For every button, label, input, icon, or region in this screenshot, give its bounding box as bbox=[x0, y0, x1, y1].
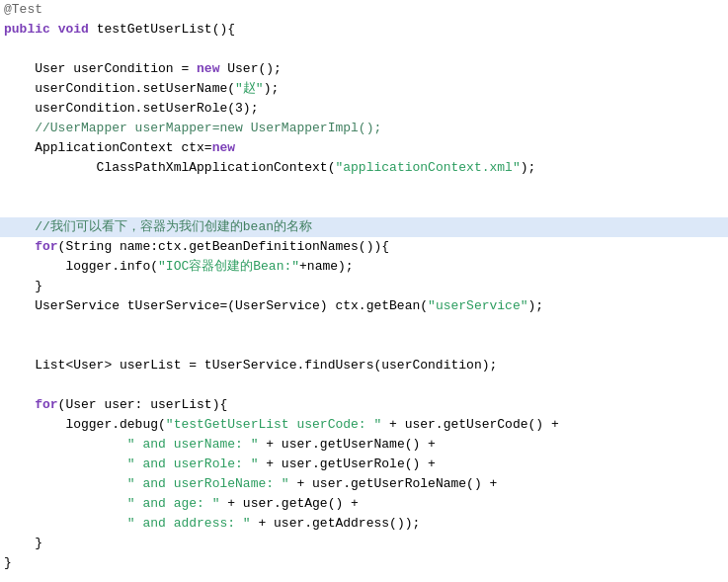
code-line bbox=[0, 375, 728, 395]
code-line: " and userName: " + user.getUserName() + bbox=[0, 435, 728, 455]
code-line: UserService tUserService=(UserService) c… bbox=[0, 296, 728, 316]
code-line: //我们可以看下，容器为我们创建的bean的名称 bbox=[0, 217, 728, 237]
code-line: ClassPathXmlApplicationContext("applicat… bbox=[0, 158, 728, 178]
code-line bbox=[0, 336, 728, 356]
code-line: " and age: " + user.getAge() + bbox=[0, 494, 728, 514]
code-line: List<User> userList = tUserService.findU… bbox=[0, 356, 728, 375]
code-line: " and userRoleName: " + user.getUserRole… bbox=[0, 474, 728, 494]
code-line bbox=[0, 316, 728, 336]
code-line: logger.info("IOC容器创建的Bean:"+name); bbox=[0, 257, 728, 277]
code-line: logger.debug("testGetUserList userCode: … bbox=[0, 415, 728, 435]
code-line bbox=[0, 198, 728, 217]
code-line: } bbox=[0, 534, 728, 553]
code-line: @Test bbox=[0, 0, 728, 20]
code-line: public void testGetUserList(){ bbox=[0, 20, 728, 40]
code-line bbox=[0, 40, 728, 59]
code-line: " and address: " + user.getAddress()); bbox=[0, 514, 728, 534]
code-line: for(User user: userList){ bbox=[0, 395, 728, 415]
code-line: userCondition.setUserRole(3); bbox=[0, 99, 728, 119]
code-line: } bbox=[0, 553, 728, 573]
code-line: } bbox=[0, 277, 728, 296]
code-line: userCondition.setUserName("赵"); bbox=[0, 79, 728, 99]
code-line: User userCondition = new User(); bbox=[0, 59, 728, 79]
code-line: " and userRole: " + user.getUserRole() + bbox=[0, 455, 728, 474]
code-line: ApplicationContext ctx=new bbox=[0, 138, 728, 158]
code-line bbox=[0, 178, 728, 198]
code-editor: @Testpublic void testGetUserList(){ User… bbox=[0, 0, 728, 582]
code-line: //UserMapper userMapper=new UserMapperIm… bbox=[0, 119, 728, 138]
code-line: for(String name:ctx.getBeanDefinitionNam… bbox=[0, 237, 728, 257]
